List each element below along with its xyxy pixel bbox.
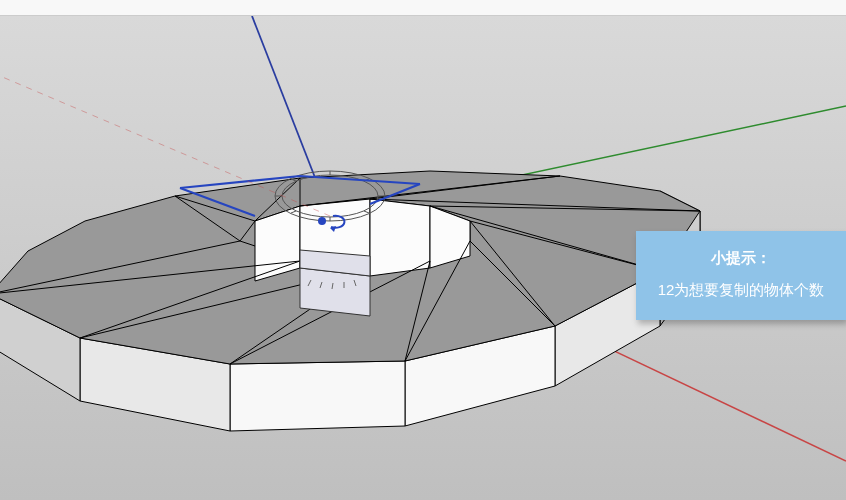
inner-wall-3[interactable]	[370, 199, 430, 276]
hint-tooltip: 小提示： 12为想要复制的物体个数	[636, 231, 846, 320]
rotate-center-grip[interactable]	[318, 217, 326, 225]
tooltip-body: 12为想要复制的物体个数	[648, 277, 834, 303]
tooltip-title: 小提示：	[648, 245, 834, 271]
wall-s[interactable]	[230, 361, 405, 431]
3d-viewport[interactable]: 小提示： 12为想要复制的物体个数	[0, 16, 846, 500]
window-toolbar	[0, 0, 846, 16]
